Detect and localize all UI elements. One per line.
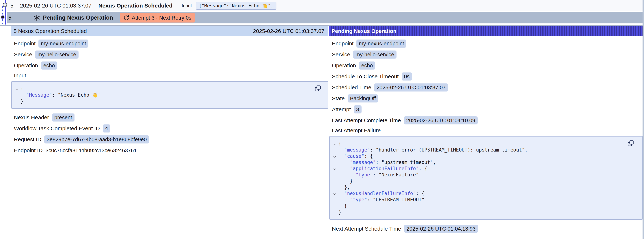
field-label: Service xyxy=(14,52,32,58)
field-label: Workflow Task Completed Event ID xyxy=(14,125,100,132)
pending-title: Pending Nexus Operation xyxy=(43,14,113,21)
field-label: Next Attempt Schedule Time xyxy=(332,226,401,232)
field-row-state: StateBackingOff xyxy=(332,94,643,102)
field-value-badge: 2025-02-26 UTC 01:04:13.93 xyxy=(404,225,478,233)
event-row-scheduled[interactable]: 5 2025-02-26 UTC 01:03:37.07 Nexus Opera… xyxy=(7,0,642,11)
collapse-chevron-icon[interactable] xyxy=(332,142,337,146)
code-line: } xyxy=(332,209,630,215)
field-label: Endpoint xyxy=(14,40,36,47)
field-label: Attempt xyxy=(332,106,351,112)
event-detail-fields-bottom: Nexus HeaderpresentWorkflow Task Complet… xyxy=(11,114,328,154)
code-line: "type": "NexusFailure" xyxy=(332,172,630,178)
code-line: "applicationFailureInfo": { xyxy=(332,166,630,172)
pending-operation-header: Pending Nexus Operation xyxy=(329,26,643,36)
field-value-badge: 0s xyxy=(402,72,412,80)
field-row-endpoint: Endpointmy-nexus-endpoint xyxy=(14,40,328,48)
code-line-text: "type": "NexusFailure" xyxy=(338,172,419,178)
input-section-label: Input xyxy=(14,72,328,79)
field-label: Schedule To Close Timeout xyxy=(332,74,399,80)
code-line: "Message": "Nexus Echo 👋" xyxy=(14,92,315,98)
code-line: }, xyxy=(332,184,630,190)
field-label: Endpoint ID xyxy=(14,147,43,154)
code-line-text: { xyxy=(20,86,24,92)
event-id-link[interactable]: 5 xyxy=(10,3,13,9)
field-label: Last Attempt Complete Time xyxy=(332,117,401,124)
code-line-text: "nexusHandlerFailureInfo": { xyxy=(338,191,424,196)
field-row-attempt: Attempt3 xyxy=(332,106,643,114)
event-detail-header: 5 Nexus Operation Scheduled 2025-02-26 U… xyxy=(11,26,328,36)
input-json-block: { "Message": "Nexus Echo 👋"} xyxy=(11,81,328,109)
field-value-link[interactable]: 3c0c75ccfa8144b092c13ce632463761 xyxy=(46,148,137,154)
field-label: Scheduled Time xyxy=(332,84,371,90)
field-row-operation: Operationecho xyxy=(14,62,328,70)
event-detail-fields-top: Endpointmy-nexus-endpointServicemy-hello… xyxy=(11,40,328,70)
code-line: "message": "handler error (UPSTREAM_TIME… xyxy=(332,147,630,153)
field-row-service: Servicemy-hello-service xyxy=(332,50,643,58)
field-row-nexus-header: Nexus Headerpresent xyxy=(14,114,328,122)
failure-json-block: { "message": "handler error (UPSTREAM_TI… xyxy=(329,136,643,220)
pending-operation-header-title: Pending Nexus Operation xyxy=(332,28,396,34)
event-detail-panel: 5 Nexus Operation Scheduled 2025-02-26 U… xyxy=(11,26,328,158)
code-line: { xyxy=(332,140,630,147)
failure-section-label: Last Attempt Failure xyxy=(332,127,643,134)
scrollbar[interactable] xyxy=(642,0,644,239)
input-json-lines: { "Message": "Nexus Echo 👋"} xyxy=(14,86,315,104)
event-detail-header-title: 5 Nexus Operation Scheduled xyxy=(14,28,87,34)
field-label: Operation xyxy=(332,62,356,69)
field-value-badge: 2025-02-26 UTC 01:03:37.07 xyxy=(374,84,448,92)
code-line-text: "type": "UPSTREAM_TIMEOUT" xyxy=(338,197,424,202)
code-line-text: "cause": { xyxy=(338,153,373,159)
code-line: "nexusHandlerFailureInfo": { xyxy=(332,190,630,196)
retry-icon xyxy=(124,15,129,21)
field-row-last-attempt-complete-time: Last Attempt Complete Time2025-02-26 UTC… xyxy=(332,116,643,124)
field-value-badge: echo xyxy=(41,62,57,70)
field-value-badge: present xyxy=(52,114,74,122)
code-line: "type": "UPSTREAM_TIMEOUT" xyxy=(332,196,630,203)
field-value-badge: my-nexus-endpoint xyxy=(38,40,88,48)
field-row-service: Servicemy-hello-service xyxy=(14,50,328,58)
field-label: Nexus Header xyxy=(14,114,49,120)
code-line: } xyxy=(332,203,630,209)
collapse-chevron-icon[interactable] xyxy=(332,166,337,170)
pending-fields-top: Endpointmy-nexus-endpointServicemy-hello… xyxy=(329,40,643,124)
collapse-chevron-icon[interactable] xyxy=(15,87,19,91)
field-row-workflow-task-completed-event-id: Workflow Task Completed Event ID4 xyxy=(14,124,328,132)
code-line-text: } xyxy=(20,98,24,104)
field-label: Operation xyxy=(14,62,38,69)
retry-attempt-badge: Attempt 3 · Next Retry 0s xyxy=(120,13,195,22)
field-value-badge: my-hello-service xyxy=(353,50,396,58)
field-row-endpoint: Endpointmy-nexus-endpoint xyxy=(332,40,643,48)
event-title: Nexus Operation Scheduled xyxy=(98,2,172,9)
field-value-badge: 3e829b7e-7d67-4b08-aad3-b1e868bfe9e0 xyxy=(44,136,149,144)
pending-id-link[interactable]: 5 xyxy=(8,15,11,21)
event-row-pending[interactable]: 5 Pending Nexus Operation Attempt 3 · Ne… xyxy=(7,12,642,24)
event-time: 2025-02-26 UTC 01:03:37.07 xyxy=(20,2,91,9)
field-value-badge: BackingOff xyxy=(348,94,378,102)
code-line-text: "message": "handler error (UPSTREAM_TIME… xyxy=(338,147,528,152)
code-line: } xyxy=(332,178,630,184)
code-line: } xyxy=(14,98,315,104)
code-line-text: } xyxy=(338,209,342,215)
code-line-text: } xyxy=(338,203,347,208)
field-label: Endpoint xyxy=(332,40,354,47)
collapse-chevron-icon[interactable] xyxy=(332,154,337,158)
code-line-text: }, xyxy=(338,184,350,190)
event-marker-icon[interactable] xyxy=(3,3,7,7)
field-value-badge: 3 xyxy=(354,106,361,114)
field-label: Request ID xyxy=(14,136,41,142)
event-input-label: Input xyxy=(182,3,192,8)
field-row-schedule-to-close-timeout: Schedule To Close Timeout0s xyxy=(332,72,643,80)
failure-json-lines: { "message": "handler error (UPSTREAM_TI… xyxy=(332,140,630,215)
collapse-chevron-icon[interactable] xyxy=(332,192,337,196)
event-input-chip: {"Message":"Nexus Echo 👋"} xyxy=(196,2,276,10)
field-value-badge: my-nexus-endpoint xyxy=(356,40,406,48)
code-line: { xyxy=(14,86,315,92)
current-event-marker-icon[interactable] xyxy=(1,15,4,19)
pending-asterisk-icon xyxy=(33,14,40,21)
code-line-text: "message": "upstream timeout", xyxy=(338,160,436,165)
copy-icon[interactable] xyxy=(314,85,322,92)
retry-badge-label: Attempt 3 · Next Retry 0s xyxy=(132,15,192,21)
field-value-badge: echo xyxy=(359,62,375,70)
code-line-text: "applicationFailureInfo": { xyxy=(338,166,427,171)
pending-fields-bottom: Next Attempt Schedule Time2025-02-26 UTC… xyxy=(329,225,643,233)
